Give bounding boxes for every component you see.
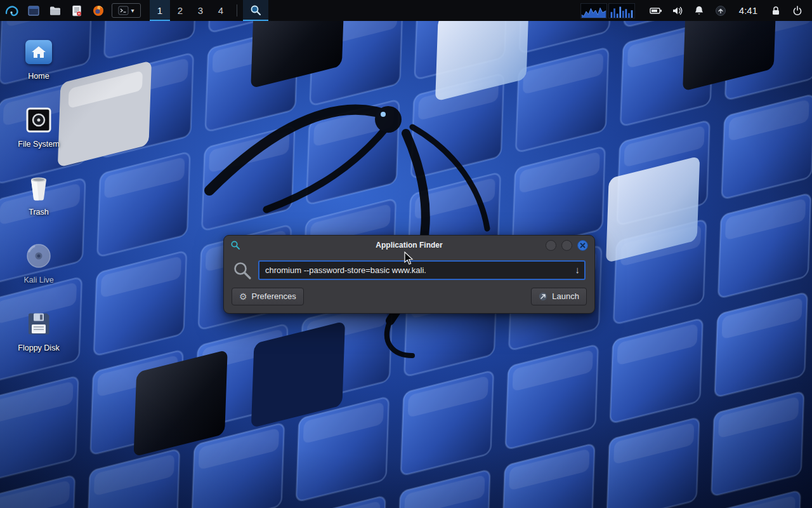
launcher-firefox[interactable] bbox=[88, 0, 109, 21]
kali-live-disc-icon bbox=[25, 243, 52, 269]
launch-label: Launch bbox=[552, 291, 579, 301]
trash-icon bbox=[26, 175, 51, 201]
network-graph-icon bbox=[608, 3, 635, 18]
desktop: ▾ 1 2 3 4 bbox=[0, 0, 812, 508]
window-title: Application Finder bbox=[224, 241, 594, 250]
workspace-2-label: 2 bbox=[178, 5, 183, 16]
gear-icon: ⚙ bbox=[239, 292, 247, 301]
window-controls bbox=[546, 240, 594, 251]
volume-icon bbox=[672, 5, 683, 17]
lock-icon bbox=[770, 5, 782, 17]
desktop-icon-label: Floppy Disk bbox=[18, 344, 59, 352]
desktop-icon-trash[interactable]: Trash bbox=[8, 171, 70, 239]
launcher-file-manager[interactable] bbox=[44, 0, 66, 21]
preferences-button[interactable]: ⚙ Preferences bbox=[232, 288, 304, 305]
preferences-label: Preferences bbox=[252, 291, 296, 301]
logout-button[interactable] bbox=[788, 0, 807, 21]
clock-time: 4:41 bbox=[739, 5, 757, 16]
volume-control[interactable] bbox=[668, 0, 687, 21]
terminal-dropdown-launcher[interactable]: ▾ bbox=[112, 3, 141, 18]
desktop-icon-floppy-disk[interactable]: Floppy Disk bbox=[8, 307, 70, 375]
application-finder-window: Application Finder ↓ bbox=[223, 235, 595, 314]
desktop-icon-label: Kali Live bbox=[23, 276, 53, 284]
notifications[interactable] bbox=[690, 0, 709, 21]
update-icon bbox=[715, 5, 726, 17]
desktop-icon-label: Trash bbox=[29, 208, 49, 217]
updates-indicator[interactable] bbox=[711, 0, 730, 21]
workspace-3[interactable]: 3 bbox=[190, 0, 211, 21]
action-row: ⚙ Preferences Launch bbox=[224, 286, 594, 313]
close-x-icon bbox=[580, 243, 586, 248]
kali-logo-icon bbox=[4, 3, 19, 18]
firefox-icon bbox=[92, 4, 105, 17]
desktop-icon-kali-live[interactable]: Kali Live bbox=[8, 239, 70, 307]
desktop-icon-label: Home bbox=[28, 72, 49, 81]
text-editor-icon bbox=[70, 4, 83, 17]
panel-tray: 4:41 bbox=[580, 0, 812, 21]
kali-menu-button[interactable] bbox=[0, 0, 23, 21]
search-icon bbox=[233, 261, 252, 280]
launcher-window-manager[interactable] bbox=[23, 0, 44, 21]
chevron-down-icon: ▾ bbox=[131, 8, 134, 14]
minimize-button[interactable] bbox=[546, 240, 556, 251]
window-icon bbox=[27, 4, 40, 17]
workspace-2[interactable]: 2 bbox=[170, 0, 190, 21]
power-icon bbox=[792, 5, 803, 17]
file-manager-icon bbox=[49, 4, 62, 17]
mouse-cursor bbox=[404, 251, 414, 265]
bell-icon bbox=[693, 5, 705, 17]
maximize-button[interactable] bbox=[561, 240, 572, 251]
workspace-switcher: 1 2 3 4 bbox=[150, 0, 231, 21]
system-monitor-graph[interactable] bbox=[580, 3, 635, 18]
battery-indicator[interactable] bbox=[646, 0, 665, 21]
clock[interactable]: 4:41 bbox=[733, 5, 764, 16]
launcher-text-editor[interactable] bbox=[66, 0, 88, 21]
search-input[interactable] bbox=[259, 265, 584, 275]
cpu-graph-icon bbox=[580, 3, 607, 18]
entry-dropdown-arrow-icon[interactable]: ↓ bbox=[575, 264, 580, 275]
launch-button[interactable]: Launch bbox=[531, 288, 587, 305]
panel-separator bbox=[237, 4, 237, 17]
battery-icon bbox=[650, 5, 662, 17]
desktop-icon-column: Home File System Trash bbox=[8, 35, 70, 375]
workspace-1[interactable]: 1 bbox=[150, 0, 170, 21]
desktop-icon-label: File System bbox=[18, 140, 59, 149]
workspace-4-label: 4 bbox=[218, 5, 223, 16]
floppy-disk-icon bbox=[26, 311, 51, 337]
workspace-1-label: 1 bbox=[157, 5, 162, 16]
file-system-icon bbox=[25, 107, 52, 133]
home-icon bbox=[25, 40, 52, 64]
taskbar-application-finder[interactable] bbox=[243, 0, 268, 21]
launch-icon bbox=[539, 292, 547, 301]
app-finder-task-icon bbox=[250, 4, 261, 16]
top-panel: ▾ 1 2 3 4 bbox=[0, 0, 812, 21]
screen-lock-button[interactable] bbox=[766, 0, 785, 21]
terminal-icon bbox=[118, 5, 129, 16]
panel-launchers: ▾ 1 2 3 4 bbox=[0, 0, 268, 21]
close-button[interactable] bbox=[577, 240, 588, 251]
desktop-icon-home[interactable]: Home bbox=[8, 35, 70, 103]
workspace-4[interactable]: 4 bbox=[211, 0, 231, 21]
workspace-3-label: 3 bbox=[198, 5, 203, 16]
search-entry: ↓ bbox=[258, 260, 586, 280]
desktop-icon-file-system[interactable]: File System bbox=[8, 103, 70, 171]
